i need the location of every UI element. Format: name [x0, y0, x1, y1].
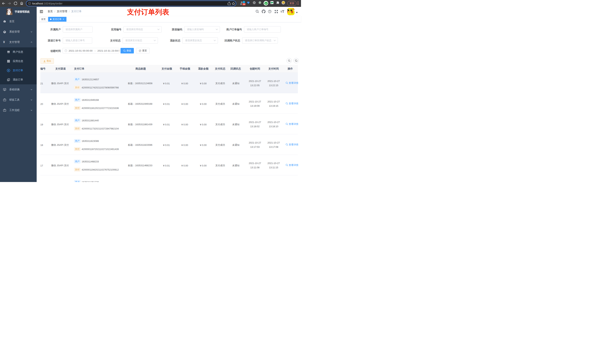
svg-text:¥: ¥: [8, 69, 9, 72]
